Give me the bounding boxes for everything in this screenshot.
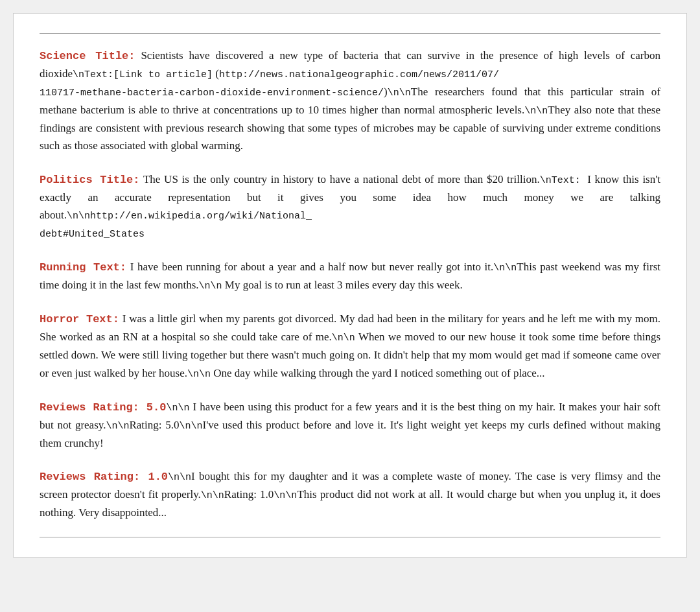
reviews-5-mono-1: \n\n xyxy=(166,403,189,414)
reviews-5-text-2: Rating: 5.0 xyxy=(129,419,179,431)
reviews-1-label: Reviews Rating: 1.0 xyxy=(40,471,168,483)
main-container: Science Title: Scientists have discovere… xyxy=(13,13,687,558)
politics-mono-2: \n\nhttp://en.wikipedia.org/wiki/Nationa… xyxy=(40,211,312,240)
horror-text-3: One day while walking through the yard I… xyxy=(211,367,545,379)
reviews-1-mono-2: \n\n xyxy=(201,490,224,501)
science-text-1b: ( xyxy=(213,67,219,80)
running-text-3: My goal is to run at least 3 miles every… xyxy=(222,279,463,291)
reviews-1-mono-1: \n\n xyxy=(168,472,191,483)
bottom-divider xyxy=(40,537,660,537)
reviews-5-mono-3: \n\n xyxy=(180,421,203,432)
horror-mono-1: \n\n xyxy=(332,333,355,344)
running-section: Running Text: I have been running for ab… xyxy=(40,258,660,294)
science-mono-1: \nText:[Link to article] xyxy=(73,69,213,80)
politics-label: Politics Title: xyxy=(40,174,140,186)
horror-section: Horror Text: I was a little girl when my… xyxy=(40,310,660,382)
running-label: Running Text: xyxy=(40,261,126,274)
politics-text-1: The US is the only country in history to… xyxy=(140,173,540,185)
running-mono-1: \n\n xyxy=(493,263,517,274)
reviews-1-text-2: Rating: 1.0 xyxy=(224,488,274,500)
horror-label: Horror Text: xyxy=(40,313,119,325)
running-text-1: I have been running for about a year and… xyxy=(126,261,493,273)
top-divider xyxy=(40,33,660,34)
science-mono-3: \n\n xyxy=(524,106,548,117)
reviews-1-section: Reviews Rating: 1.0\n\nI bought this for… xyxy=(40,467,660,521)
running-mono-2: \n\n xyxy=(199,281,222,292)
reviews-5-section: Reviews Rating: 5.0\n\n I have been usin… xyxy=(40,398,660,452)
horror-mono-2: \n\n xyxy=(187,369,211,380)
science-mono-2: \n\n xyxy=(388,88,411,99)
politics-mono-1: \nText: xyxy=(540,175,588,186)
reviews-5-label: Reviews Rating: 5.0 xyxy=(40,401,166,414)
reviews-5-mono-2: \n\n xyxy=(106,421,129,432)
reviews-1-mono-3: \n\n xyxy=(274,490,297,501)
politics-section: Politics Title: The US is the only count… xyxy=(40,171,660,242)
science-label: Science Title: xyxy=(40,50,135,62)
science-section: Science Title: Scientists have discovere… xyxy=(40,47,660,155)
